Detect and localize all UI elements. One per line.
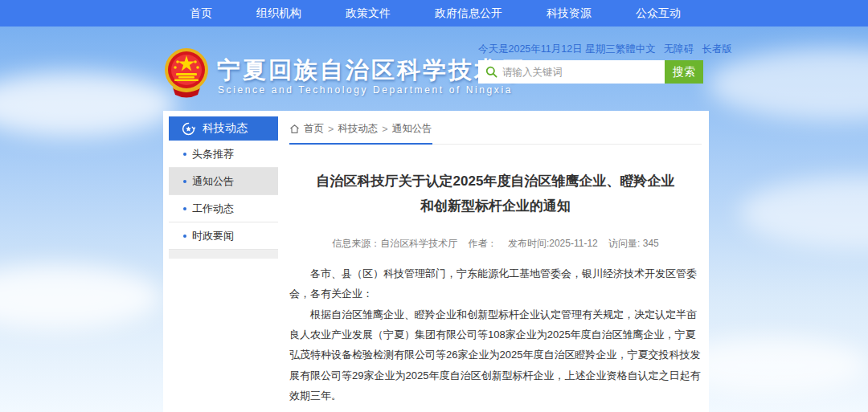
meta-source: 信息来源：自治区科学技术厅	[332, 238, 457, 249]
sidebar-title: 科技动态	[203, 121, 248, 136]
breadcrumb-home[interactable]: 首页	[304, 122, 324, 136]
sidebar-item-headline-recommend[interactable]: 头条推荐	[169, 141, 278, 168]
tech-news-icon	[182, 122, 195, 136]
sidebar-item-work-updates[interactable]: 工作动态	[169, 195, 278, 222]
search-input[interactable]	[502, 67, 657, 78]
nav-item-organization[interactable]: 组织机构	[256, 6, 301, 21]
article-paragraph: 根据自治区雏鹰企业、瞪羚企业和创新型标杆企业认定管理有关规定，决定认定半亩良人农…	[289, 304, 702, 406]
bullet-dot-icon	[183, 207, 186, 210]
article-meta: 信息来源：自治区科学技术厅 作者： 发布时间:2025-11-12 访问量: 3…	[289, 237, 702, 251]
cloud-decoration	[0, 265, 161, 329]
sidebar-item-label: 头条推荐	[192, 147, 234, 161]
bullet-dot-icon	[183, 180, 186, 183]
nav-item-policy-documents[interactable]: 政策文件	[346, 6, 391, 21]
sidebar-item-label: 时政要闻	[192, 229, 234, 243]
sidebar-item-label: 工作动态	[192, 202, 234, 216]
article-paragraph: 各市、县（区）科技管理部门，宁东能源化工基地管委会，银川经济技术开发区管委会，各…	[289, 263, 702, 304]
meta-author: 作者：	[469, 238, 497, 249]
current-date: 今天是2025年11月12日 星期三	[478, 43, 616, 56]
search-bar: 搜索	[478, 60, 703, 84]
page: { "navbar": { "items": ["首页", "组织机构", "政…	[0, 0, 868, 412]
sidebar-item-label: 通知公告	[192, 174, 234, 189]
sidebar-header: 科技动态	[169, 116, 278, 141]
nav-item-tech-resources[interactable]: 科技资源	[547, 6, 592, 21]
nav-item-gov-info-disclosure[interactable]: 政府信息公开	[435, 6, 502, 21]
sidebar-footer-strip	[169, 250, 278, 259]
breadcrumb-notices[interactable]: 通知公告	[392, 122, 432, 136]
sidebar: 科技动态 头条推荐 通知公告 工作动态 时政要闻	[169, 116, 278, 259]
link-accessibility[interactable]: 无障碍	[664, 43, 694, 56]
breadcrumb-row: 首页 > 科技动态 > 通知公告	[289, 116, 702, 145]
sidebar-item-political-news[interactable]: 时政要闻	[169, 222, 278, 250]
site-subtitle: Science and Technology Department of Nin…	[218, 84, 513, 96]
site-header: 宁夏回族自治区科学技术厅 Science and Technology Depa…	[0, 27, 868, 111]
main-article-area: 首页 > 科技动态 > 通知公告 自治区科技厅关于认定2025年度自治区雏鹰企业…	[289, 116, 702, 412]
breadcrumb-separator: >	[382, 124, 387, 135]
breadcrumb: 首页 > 科技动态 > 通知公告	[289, 122, 432, 145]
link-traditional-chinese[interactable]: 繁體中文	[616, 43, 656, 56]
nav-item-home[interactable]: 首页	[190, 6, 212, 21]
search-button[interactable]: 搜索	[665, 60, 703, 84]
search-input-container	[478, 60, 665, 84]
national-emblem-logo	[163, 46, 210, 99]
meta-publish-date: 发布时间:2025-11-12	[508, 238, 598, 249]
bullet-dot-icon	[183, 153, 186, 156]
article-body: 各市、县（区）科技管理部门，宁东能源化工基地管委会，银川经济技术开发区管委会，各…	[289, 263, 702, 406]
home-icon	[289, 124, 300, 134]
link-senior-version[interactable]: 长者版	[702, 43, 732, 56]
breadcrumb-tech-news[interactable]: 科技动态	[338, 122, 378, 136]
sidebar-menu: 头条推荐 通知公告 工作动态 时政要闻	[169, 141, 278, 250]
sidebar-item-notices[interactable]: 通知公告	[169, 168, 278, 195]
top-navigation: 首页 组织机构 政策文件 政府信息公开 科技资源 公众互动	[0, 0, 868, 27]
search-icon	[485, 66, 497, 78]
article-title-line1: 自治区科技厅关于认定2025年度自治区雏鹰企业、瞪羚企业	[289, 169, 702, 194]
meta-views: 访问量: 345	[608, 238, 659, 249]
content-container: 科技动态 头条推荐 通知公告 工作动态 时政要闻	[163, 111, 709, 412]
header-utility-bar: 今天是2025年11月12日 星期三 繁體中文 无障碍 长者版	[478, 43, 703, 56]
bullet-dot-icon	[183, 235, 186, 238]
nav-item-public-interaction[interactable]: 公众互动	[636, 6, 681, 21]
cloud-decoration	[739, 177, 868, 249]
article-title-line2: 和创新型标杆企业的通知	[289, 194, 702, 218]
breadcrumb-separator: >	[328, 124, 334, 135]
article-title: 自治区科技厅关于认定2025年度自治区雏鹰企业、瞪羚企业 和创新型标杆企业的通知	[289, 169, 702, 219]
